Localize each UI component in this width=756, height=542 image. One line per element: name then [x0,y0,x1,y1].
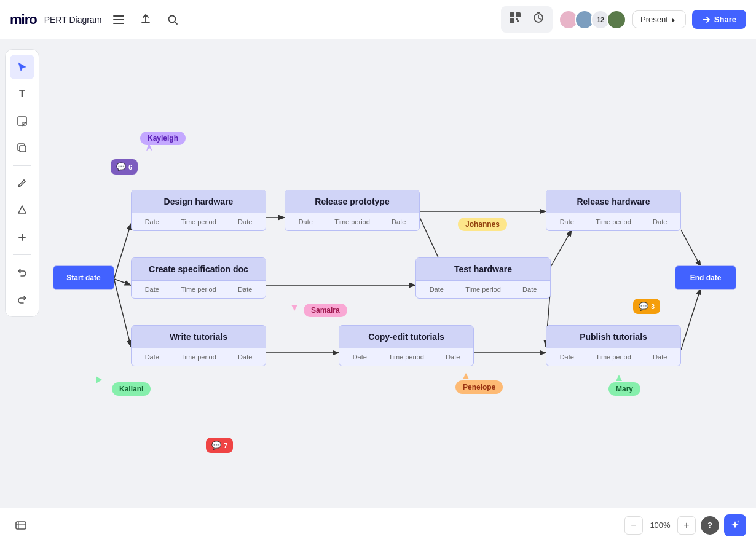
copy-tool[interactable] [10,136,34,160]
zoom-level: 100% [648,520,672,530]
topbar: miro PERT Diagram 12 Present [0,0,756,39]
design-hardware-header: Design hardware [132,190,266,213]
release-hardware-node[interactable]: Release hardware Date Time period Date [546,190,681,231]
release-prototype-header: Release prototype [285,190,419,213]
bottom-right: − 100% + ? [624,514,746,536]
svg-rect-0 [113,15,124,17]
comment-bubble-3[interactable]: 💬 7 [206,438,233,453]
select-tool[interactable] [10,55,34,79]
separator2 [13,254,31,255]
sticky-tool[interactable] [10,109,34,133]
search-button[interactable] [163,10,183,29]
publish-tutorials-node[interactable]: Publish tutorials Date Time period Date [546,325,681,366]
bottom-left [10,514,32,536]
add-tool[interactable] [10,225,34,249]
start-node[interactable]: Start date [53,265,114,290]
field-time: Time period [181,218,216,226]
present-button[interactable]: Present [632,10,686,28]
svg-rect-25 [16,522,26,529]
avatar-group: 12 [559,10,626,29]
release-prototype-fields: Date Time period Date [285,213,419,230]
design-hardware-fields: Date Time period Date [132,213,266,230]
publish-tutorials-fields: Date Time period Date [546,348,680,366]
write-tutorials-header: Write tutorials [132,326,266,348]
svg-line-19 [551,230,572,267]
zoom-in-button[interactable]: + [677,516,696,535]
create-spec-header: Create specification doc [132,258,266,281]
timer-icon[interactable] [529,9,548,30]
undo-tool[interactable] [10,260,34,285]
copy-edit-tutorials-fields: Date Time period Date [339,348,473,366]
svg-rect-5 [516,12,521,17]
cursor-kayleigh: Kayleigh [140,132,186,145]
comment-bubble-1[interactable]: 💬 6 [111,159,138,175]
bottom-bar: − 100% + ? [0,508,756,542]
svg-rect-10 [20,146,26,152]
svg-rect-2 [113,23,124,24]
create-spec-node[interactable]: Create specification doc Date Time perio… [131,257,266,299]
board-title: PERT Diagram [44,15,102,25]
write-tutorials-fields: Date Time period Date [132,348,266,366]
text-tool[interactable]: T [10,82,34,106]
magic-button[interactable] [724,514,746,536]
pen-tool[interactable] [10,171,34,195]
test-hardware-node[interactable]: Test hardware Date Time period Date [415,257,551,299]
create-spec-fields: Date Time period Date [132,281,266,298]
share-button[interactable]: Share [692,10,746,29]
svg-line-12 [114,224,131,278]
svg-rect-1 [113,19,124,20]
miro-logo: miro [10,12,37,28]
avatar-main [607,10,626,29]
svg-rect-9 [18,117,26,125]
canvas[interactable]: Start date End date Design hardware Date… [0,39,756,542]
help-button[interactable]: ? [701,516,719,535]
left-toolbar: T [5,49,39,317]
field-date2: Date [238,218,252,226]
svg-rect-7 [517,20,519,22]
arrows-layer [0,39,756,542]
test-hardware-header: Test hardware [416,258,550,281]
release-hardware-fields: Date Time period Date [546,213,680,230]
comment-bubble-2[interactable]: 💬 3 [633,299,660,314]
svg-rect-4 [510,12,514,17]
svg-line-14 [114,280,131,347]
tools-group [501,6,553,33]
release-hardware-header: Release hardware [546,190,680,213]
svg-point-3 [169,15,176,22]
publish-tutorials-header: Publish tutorials [546,326,680,348]
svg-line-24 [681,288,701,350]
separator [13,165,31,166]
menu-button[interactable] [109,10,128,29]
shape-tool[interactable] [10,198,34,222]
share-upload-button[interactable] [136,10,156,29]
topbar-left: miro PERT Diagram [10,10,183,29]
svg-rect-6 [510,18,514,23]
copy-edit-tutorials-node[interactable]: Copy-edit tutorials Date Time period Dat… [339,325,474,366]
redo-tool[interactable] [10,287,34,312]
write-tutorials-node[interactable]: Write tutorials Date Time period Date [131,325,266,366]
design-hardware-node[interactable]: Design hardware Date Time period Date [131,190,266,231]
end-node[interactable]: End date [675,265,736,290]
release-prototype-node[interactable]: Release prototype Date Time period Date [285,190,420,231]
apps-icon[interactable] [506,9,524,30]
zoom-out-button[interactable]: − [624,516,643,535]
topbar-right: 12 Present Share [501,6,746,33]
svg-line-23 [681,230,701,267]
svg-rect-8 [516,18,518,20]
test-hardware-fields: Date Time period Date [416,281,550,298]
field-date: Date [145,218,159,226]
copy-edit-tutorials-header: Copy-edit tutorials [339,326,473,348]
svg-line-13 [114,279,131,285]
panels-toggle-button[interactable] [10,514,32,536]
